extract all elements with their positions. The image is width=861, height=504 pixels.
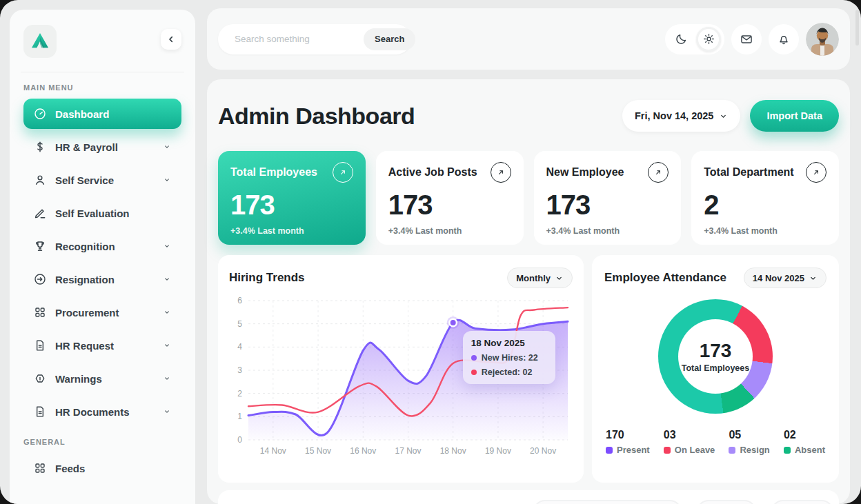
stat-card-active-job-posts[interactable]: Active Job Posts 173 +3.4% Last month (376, 151, 524, 245)
user-icon (33, 173, 47, 187)
donut-total-value: 173 (700, 340, 732, 362)
attendance-date-dropdown[interactable]: 14 Nov 2025 (744, 268, 827, 288)
dark-mode-button[interactable] (669, 27, 693, 52)
sidebar-item-label: Dashboard (55, 108, 172, 120)
tooltip-rejected: Rejected: 02 (482, 367, 533, 377)
new-hires-dot (471, 355, 477, 361)
date-label: Fri, Nov 14, 2025 (635, 110, 713, 121)
sidebar-item-resignation[interactable]: Resignation (23, 264, 181, 294)
hiring-trends-chart: 012345614 Nov15 Nov16 Nov17 Nov18 Nov19 … (229, 294, 573, 462)
messages-button[interactable] (731, 24, 762, 54)
chevron-down-icon (719, 112, 728, 121)
dollar-icon (33, 140, 47, 154)
sidebar-item-recognition[interactable]: Recognition (23, 231, 181, 261)
stat-title: New Employee (546, 166, 624, 179)
stat-open-button[interactable] (491, 162, 511, 183)
resign-swatch (729, 447, 735, 454)
attendance-date-label: 14 Nov 2025 (753, 273, 804, 283)
logo-icon (28, 30, 52, 53)
svg-text:2: 2 (237, 389, 242, 399)
present-swatch (606, 447, 613, 454)
sidebar-item-feeds[interactable]: Feeds (23, 453, 181, 483)
sidebar-main-nav: DashboardHR & PayrollSelf ServiceSelf Ev… (23, 99, 181, 427)
stat-title: Active Job Posts (388, 166, 477, 179)
svg-text:20 Nov: 20 Nov (530, 446, 556, 456)
legend-value: 05 (729, 429, 769, 441)
stat-delta: +3.4% Last month (230, 226, 353, 236)
sidebar: MAIN MENU DashboardHR & PayrollSelf Serv… (10, 10, 195, 504)
user-avatar[interactable] (806, 23, 839, 56)
sidebar-item-hr-payroll[interactable]: HR & Payroll (23, 132, 181, 162)
legend-value: 02 (784, 429, 825, 441)
ghost-pill[interactable] (771, 500, 833, 504)
stat-value: 173 (546, 190, 669, 221)
employee-attendance-card: Employee Attendance 14 Nov 2025 173 Tota… (592, 255, 839, 483)
legend-absent: 02 Absent (784, 429, 825, 455)
rejected-dot (471, 370, 477, 375)
chevron-down-icon (162, 175, 172, 185)
chevron-down-icon (162, 241, 172, 251)
stat-card-total-employees[interactable]: Total Employees 173 +3.4% Last month (218, 151, 366, 245)
scrollbar-thumb[interactable] (855, 10, 859, 46)
tooltip-new-hires: New Hires: 22 (482, 353, 538, 363)
ghost-pill[interactable] (533, 500, 682, 504)
legend-resign: 05 Resign (729, 429, 769, 455)
sidebar-collapse-button[interactable] (161, 29, 181, 50)
moon-icon (675, 32, 688, 46)
sidebar-general-nav: Feeds (23, 453, 181, 483)
tooltip-date: 18 Nov 2025 (471, 338, 547, 348)
chevron-left-icon (166, 34, 177, 45)
sidebar-item-procurement[interactable]: Procurement (23, 297, 181, 327)
grid-icon (33, 305, 47, 319)
svg-text:19 Nov: 19 Nov (485, 446, 511, 456)
sidebar-item-dashboard[interactable]: Dashboard (23, 99, 181, 129)
stat-title: Total Department (704, 166, 793, 179)
date-picker-button[interactable]: Fri, Nov 14, 2025 (622, 100, 740, 132)
search-input[interactable] (228, 34, 364, 44)
stat-open-button[interactable] (648, 162, 669, 183)
stat-card-new-employee[interactable]: New Employee 173 +3.4% Last month (534, 151, 682, 245)
svg-text:4: 4 (237, 342, 242, 352)
sidebar-item-hr-request[interactable]: HR Request (23, 330, 181, 361)
stat-open-button[interactable] (806, 162, 827, 183)
sidebar-item-warnings[interactable]: Warnings (23, 363, 181, 394)
sidebar-item-label: Resignation (55, 274, 154, 285)
stat-title: Total Employees (230, 166, 317, 179)
search-button[interactable]: Search (364, 28, 415, 50)
svg-text:1: 1 (237, 412, 242, 421)
file-icon (33, 405, 47, 419)
app-logo (23, 25, 57, 58)
legend-present: 170 Present (606, 429, 650, 455)
sidebar-divider (21, 72, 184, 72)
theme-toggle (665, 24, 724, 54)
grid-icon (33, 461, 47, 475)
svg-text:17 Nov: 17 Nov (395, 446, 421, 456)
import-data-button[interactable]: Import Data (750, 100, 839, 132)
stat-card-total-department[interactable]: Total Department 2 +3.4% Last month (691, 151, 839, 245)
light-mode-button[interactable] (696, 27, 721, 52)
chevron-down-icon (162, 308, 172, 317)
hiring-filter-dropdown[interactable]: Monthly (507, 268, 573, 288)
warning-icon (33, 372, 47, 385)
absent-swatch (784, 447, 791, 454)
notifications-button[interactable] (769, 24, 799, 54)
arrow-up-right-icon (496, 168, 506, 177)
svg-text:5: 5 (237, 319, 242, 329)
svg-text:18 Nov: 18 Nov (440, 446, 466, 456)
sidebar-item-hr-documents[interactable]: HR Documents (23, 396, 181, 427)
legend-value: 170 (606, 429, 650, 441)
sidebar-item-self-service[interactable]: Self Service (23, 165, 181, 195)
legend-label: Absent (795, 445, 825, 455)
svg-text:6: 6 (237, 296, 242, 305)
sidebar-item-label: Self Service (55, 174, 154, 186)
legend-label: On Leave (675, 445, 715, 455)
arrow-up-right-icon (653, 168, 663, 177)
attendance-donut-chart: 173 Total Employees (658, 299, 773, 414)
mail-icon (740, 32, 753, 46)
on-leave-swatch (664, 447, 671, 454)
sidebar-item-self-evaluation[interactable]: Self Evaluation (23, 198, 181, 228)
ghost-pill[interactable] (697, 500, 756, 504)
stat-open-button[interactable] (333, 162, 353, 183)
page-title: Admin Dashboard (218, 103, 415, 130)
chevron-down-icon (555, 274, 564, 283)
